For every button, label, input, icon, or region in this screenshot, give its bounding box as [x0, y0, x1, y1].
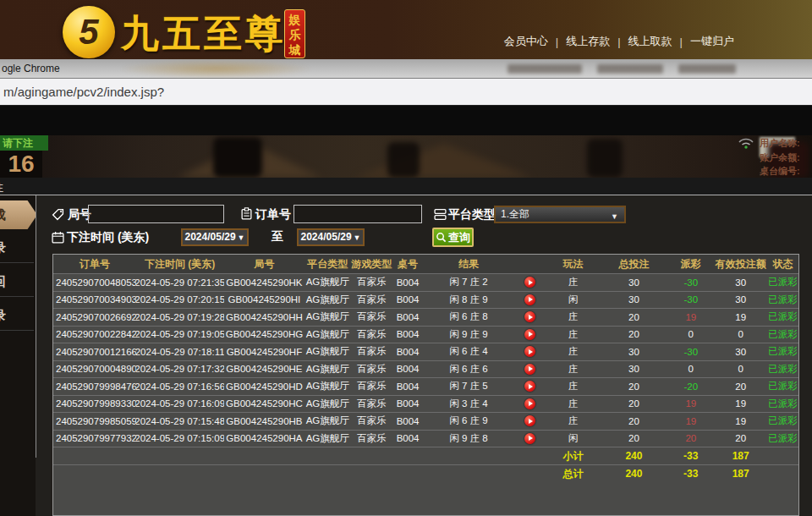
- cell-game_type: 百家乐: [350, 274, 392, 291]
- total-row-cell: [514, 465, 546, 482]
- search-button[interactable]: 查询: [432, 228, 474, 247]
- replay-icon[interactable]: [524, 415, 535, 426]
- replay-icon[interactable]: [524, 398, 535, 409]
- cell-platform: AG旗舰厅: [304, 292, 350, 309]
- url-text[interactable]: m/agingame/pcv2/index.jsp?: [3, 85, 164, 99]
- cell-table_no: B004: [392, 396, 423, 413]
- sidebar-tab-4[interactable]: 录: [0, 302, 34, 331]
- user-info-line: 用户名称:: [760, 136, 812, 151]
- subtotal-row: 小计240-33187: [53, 447, 798, 464]
- column-header: [514, 255, 546, 273]
- table-row: 2405290700048902024-05-29 07:17:32GB0042…: [53, 360, 798, 378]
- date-from-value: 2024/05/29: [185, 231, 236, 243]
- replay-icon[interactable]: [524, 346, 535, 357]
- chevron-down-icon: ▼: [354, 233, 361, 242]
- platform-type-label: 平台类型: [448, 207, 496, 222]
- replay-cell: [514, 274, 546, 291]
- replay-icon[interactable]: [524, 381, 535, 392]
- table-row: 2405290799984762024-05-29 07:16:56GB0042…: [53, 377, 798, 395]
- subtotal-row-cell: [53, 447, 136, 464]
- cell-bet_time: 2024-05-29 07:15:09: [136, 431, 224, 447]
- cell-platform: AG旗舰厅: [304, 413, 350, 430]
- date-from-picker[interactable]: 2024/05/29▼: [181, 228, 249, 246]
- replay-cell: [514, 309, 546, 326]
- cell-round_id: GB004245290HK: [224, 274, 305, 291]
- platform-type-select[interactable]: 1.全部 ▼: [494, 206, 626, 223]
- cell-table_no: B004: [392, 431, 423, 447]
- cell-table_no: B004: [392, 413, 423, 430]
- game-background: 请下注 16 用户名称:账户余额:桌台编号:: [0, 135, 812, 178]
- brand-header: 5 九五至尊 娱乐城 会员中心|线上存款|线上取款|一键归户: [0, 0, 812, 59]
- order-number-input[interactable]: [294, 205, 422, 223]
- date-to-picker[interactable]: 2024/05/29▼: [297, 228, 365, 246]
- replay-icon[interactable]: [524, 294, 535, 305]
- user-info-line: 桌台编号:: [760, 164, 812, 178]
- total-row-cell: 240: [601, 465, 668, 482]
- table-body: 2405290700480532024-05-29 07:21:35GB0042…: [53, 273, 798, 482]
- column-header: 局号: [224, 255, 305, 273]
- column-header: 状态: [767, 255, 798, 273]
- subtotal-row-cell: [767, 447, 798, 464]
- table-header-row: 订单号下注时间 (美东)局号平台类型游戏类型桌号结果玩法总投注派彩有效投注额状态: [53, 255, 798, 273]
- cell-bet_type: 庄: [546, 274, 601, 291]
- tag-icon: [52, 208, 64, 221]
- sidebar-tab-2[interactable]: 录: [0, 234, 34, 263]
- sidebar-tab-label: 回: [0, 274, 6, 290]
- cell-order_id: 240529070012166: [53, 343, 136, 360]
- column-header: 玩法: [546, 255, 601, 273]
- subtotal-row-cell: [136, 447, 224, 464]
- sub-strip: 注: [0, 178, 812, 195]
- dealer-silhouette: [387, 142, 420, 178]
- browser-titlebar: ogle Chrome: [0, 59, 812, 79]
- window-title: ogle Chrome: [2, 63, 60, 74]
- total-row-cell: [53, 465, 136, 482]
- nav-link-2[interactable]: 线上存款: [566, 34, 610, 49]
- replay-icon[interactable]: [524, 311, 535, 322]
- cell-table_no: B004: [392, 309, 423, 326]
- replay-cell: [514, 361, 546, 378]
- cell-total_bet: 20: [601, 327, 668, 343]
- url-bar[interactable]: m/agingame/pcv2/index.jsp?: [0, 79, 812, 106]
- replay-icon[interactable]: [524, 433, 535, 444]
- cell-platform: AG旗舰厅: [304, 343, 350, 360]
- nav-link-4[interactable]: 一键归户: [690, 34, 734, 49]
- cell-status: 已派彩: [767, 431, 798, 447]
- nav-link-3[interactable]: 线上取款: [628, 34, 672, 49]
- cell-result: 闲 3 庄 4: [423, 396, 514, 413]
- dealer-silhouette: [213, 137, 262, 178]
- cell-order_id: 240529070004890: [53, 361, 136, 378]
- sidebar-tab-3[interactable]: 回: [0, 268, 34, 297]
- cell-game_type: 百家乐: [350, 343, 392, 360]
- cell-round_id: GB004245290HI: [224, 292, 305, 309]
- total-row-cell: [767, 465, 798, 482]
- bet-now-badge: 请下注: [0, 135, 48, 151]
- replay-icon[interactable]: [524, 277, 535, 288]
- cell-status: 已派彩: [767, 413, 798, 430]
- to-label: 至: [272, 229, 283, 244]
- cell-payout: 19: [667, 396, 714, 413]
- wifi-icon: [738, 135, 754, 150]
- cell-round_id: GB004245290HD: [224, 378, 305, 395]
- cell-round_id: GB004245290HF: [224, 343, 305, 360]
- replay-icon[interactable]: [524, 329, 535, 340]
- brand-logo-icon: 5: [63, 6, 115, 58]
- table-row: 2405290799850592024-05-29 07:15:48GB0042…: [53, 412, 798, 430]
- bet-records-table: 订单号下注时间 (美东)局号平台类型游戏类型桌号结果玩法总投注派彩有效投注额状态…: [52, 254, 799, 516]
- cell-platform: AG旗舰厅: [304, 309, 350, 326]
- cell-game_type: 百家乐: [350, 396, 392, 413]
- cell-total_bet: 30: [601, 292, 668, 309]
- replay-icon[interactable]: [524, 364, 535, 375]
- cell-game_type: 百家乐: [350, 309, 392, 326]
- cell-bet_type: 庄: [546, 361, 601, 378]
- round-number-input[interactable]: [88, 205, 224, 223]
- cell-payout: 19: [667, 309, 714, 326]
- cell-bet_type: 庄: [546, 396, 601, 413]
- order-number-label: 订单号: [255, 207, 291, 222]
- cell-game_type: 百家乐: [350, 431, 392, 447]
- table-row: 2405290700349032024-05-29 07:20:15GB0042…: [53, 291, 798, 309]
- cell-order_id: 240529079985059: [53, 413, 136, 430]
- cell-result: 闲 7 庄 5: [423, 378, 514, 395]
- sidebar-tab-1[interactable]: 成: [0, 200, 36, 229]
- nav-link-1[interactable]: 会员中心: [504, 34, 548, 49]
- countdown-timer: 16: [0, 151, 42, 178]
